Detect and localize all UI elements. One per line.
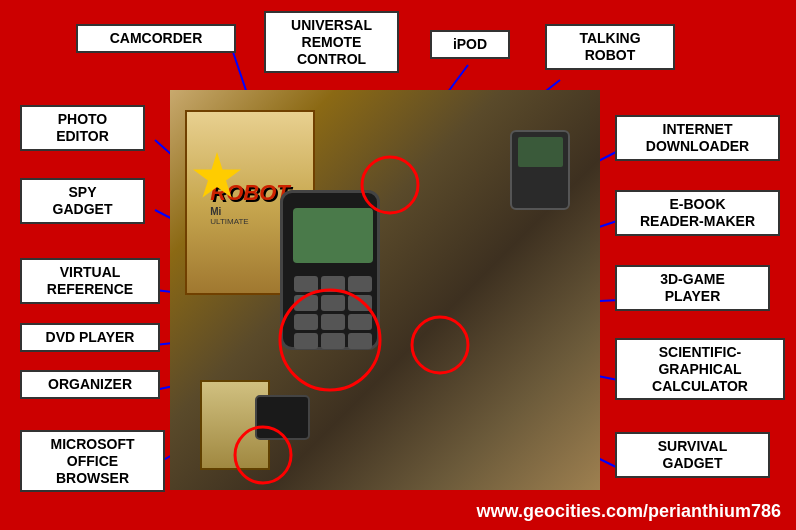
ipod-label: iPOD [430, 30, 510, 59]
center-image: ROBOT Mi ULTIMATE [170, 90, 600, 490]
ms-office-browser-label: MICROSOFTOFFICEBROWSER [20, 430, 165, 492]
camcorder-label: CAMCORDER [76, 24, 236, 53]
dvd-player-label: DVD PLAYER [20, 323, 160, 352]
scientific-calc-label: SCIENTIFIC-GRAPHICALCALCULATOR [615, 338, 785, 400]
game-player-label: 3D-GAMEPLAYER [615, 265, 770, 311]
photo-editor-label: PHOTOEDITOR [20, 105, 145, 151]
small-device [255, 395, 310, 440]
internet-downloader-label: INTERNETDOWNLOADER [615, 115, 780, 161]
right-gadget [510, 130, 570, 210]
survival-gadget-label: SURVIVALGADGET [615, 432, 770, 478]
website-url: www.geocities.com/perianthium786 [477, 501, 781, 522]
universal-remote-label: UNIVERSALREMOTECONTROL [264, 11, 399, 73]
talking-robot-label: TALKINGROBOT [545, 24, 675, 70]
ebook-reader-label: E-BOOKREADER-MAKER [615, 190, 780, 236]
virtual-reference-label: VIRTUALREFERENCE [20, 258, 160, 304]
phone-device [280, 190, 380, 350]
spy-gadget-label: SPYGADGET [20, 178, 145, 224]
organizer-label: ORGANIZER [20, 370, 160, 399]
